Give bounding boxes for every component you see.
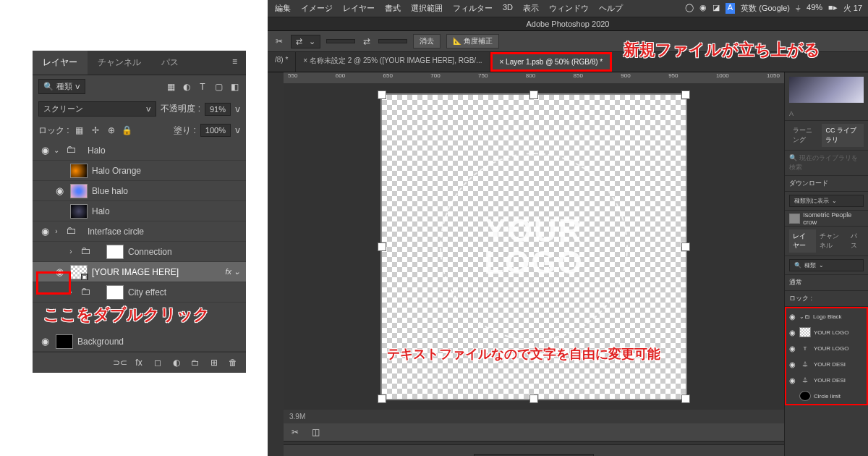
adjustment-icon[interactable]: ◐	[171, 357, 182, 368]
transform-handle[interactable]	[378, 394, 386, 403]
opacity-label: 不透明度 :	[161, 103, 200, 115]
visibility-icon[interactable]: ◉	[53, 185, 66, 196]
library-search[interactable]: 🔍 現在のライブラリを検索	[789, 154, 858, 171]
tab-learn[interactable]: ラーニング	[789, 124, 822, 147]
r-layer-1[interactable]: ◉YOUR LOGO	[786, 324, 867, 340]
menu-filter[interactable]: フィルター	[453, 3, 493, 14]
lock-artboard-icon[interactable]: ⊕	[106, 124, 117, 136]
folder-icon: 🗀	[80, 245, 98, 259]
transition-icon[interactable]: ◫	[310, 426, 321, 438]
transform-handle[interactable]	[378, 242, 386, 251]
layer-name: Halo	[88, 145, 106, 156]
macos-status: ◯◉◪ A 英数 (Google)⏚ 49%■▸火 17	[685, 3, 862, 14]
r-layer-3[interactable]: ◉⏃YOUR DESI	[786, 356, 867, 372]
layer-halo-orange[interactable]: Halo Orange	[33, 161, 246, 181]
layer-connection[interactable]: › 🗀 Connection	[33, 242, 246, 262]
doc-tab-1[interactable]: /8) *	[268, 52, 296, 72]
r-layer-group[interactable]: ◉⌄🗀Logo Black	[786, 308, 867, 324]
menu-type[interactable]: 書式	[385, 3, 401, 14]
menu-help[interactable]: ヘルプ	[599, 3, 623, 14]
tab-layers[interactable]: レイヤー	[33, 51, 88, 75]
tool-icon[interactable]: ✂	[273, 35, 285, 47]
filter-shape-icon[interactable]: ▢	[213, 81, 224, 93]
straighten-button[interactable]: 📐 角度補正	[446, 34, 499, 48]
visibility-icon[interactable]: ◉	[38, 336, 51, 347]
expand-icon[interactable]: ⌄	[51, 146, 61, 154]
opacity-input[interactable]: 91%	[205, 103, 231, 116]
new-layer-icon[interactable]: ⊞	[208, 357, 220, 368]
lock-label: ロック :	[38, 124, 69, 137]
library-asset[interactable]: Isometric People crow	[785, 211, 868, 227]
panel-menu-icon[interactable]: ≡	[224, 51, 246, 75]
layer-blue-halo[interactable]: ◉ Blue halo	[33, 181, 246, 201]
menu-view[interactable]: 表示	[523, 3, 539, 14]
tab-channels[interactable]: チャンネル	[88, 51, 151, 75]
mask-icon[interactable]: ◻	[152, 357, 163, 368]
r-layer-5[interactable]: Circle limit	[786, 388, 867, 404]
swap-icon[interactable]: ⇄	[361, 35, 373, 47]
width-input[interactable]	[326, 39, 355, 43]
download-section[interactable]: ダウンロード	[785, 176, 868, 192]
fx-icon[interactable]: fx	[133, 357, 145, 368]
menu-image[interactable]: イメージ	[301, 3, 333, 14]
layer-halo[interactable]: Halo	[33, 201, 246, 221]
layer-name: Background	[77, 337, 124, 347]
link-icon[interactable]: ⊃⊂	[114, 357, 126, 368]
layer-group-halo[interactable]: ◉ ⌄ 🗀 Halo	[33, 140, 246, 161]
trash-icon[interactable]: 🗑	[227, 357, 239, 368]
menu-3d[interactable]: 3D	[503, 3, 513, 14]
layer-group-interface[interactable]: ◉ › 🗀 Interface circle	[33, 221, 246, 242]
group-icon[interactable]: 🗀	[190, 357, 201, 368]
lock-position-icon[interactable]: ✢	[90, 124, 101, 136]
visibility-icon[interactable]: ◉	[38, 226, 51, 237]
transform-handle[interactable]	[529, 394, 538, 403]
menu-layer[interactable]: レイヤー	[343, 3, 375, 14]
display-by-select[interactable]: 種類別に表示 ⌄	[789, 195, 864, 207]
menu-select[interactable]: 選択範囲	[411, 3, 443, 14]
height-input[interactable]	[378, 39, 407, 43]
layer-thumb	[56, 334, 73, 349]
fx-badge[interactable]: fx ⌄	[225, 267, 240, 276]
transform-handle[interactable]	[681, 394, 690, 403]
rtab-layers[interactable]: レイヤー	[789, 229, 816, 253]
r-layer-4[interactable]: ◉⏃YOUR DESI	[786, 372, 867, 388]
expand-icon[interactable]: ›	[66, 248, 76, 256]
transform-handle[interactable]	[681, 242, 690, 251]
clear-button[interactable]: 消去	[413, 34, 441, 48]
filter-smart-icon[interactable]: ◧	[229, 81, 240, 93]
transform-handle[interactable]	[681, 90, 690, 99]
color-swatch[interactable]	[789, 77, 864, 103]
lock-all-icon[interactable]: 🔒	[122, 124, 133, 136]
filter-image-icon[interactable]: ▦	[165, 81, 176, 93]
highlight-thumb	[36, 271, 71, 295]
transform-handle[interactable]	[529, 90, 538, 99]
lock-pixels-icon[interactable]: ▦	[74, 124, 85, 136]
rtab-channels[interactable]: チャンネル	[816, 229, 847, 253]
menu-edit[interactable]: 編集	[275, 3, 291, 14]
scissors-icon[interactable]: ✂	[289, 426, 301, 438]
filter-type-select[interactable]: 🔍 種類 ⅴ	[38, 79, 85, 94]
r-blend[interactable]: 通常	[785, 275, 868, 291]
blend-mode-select[interactable]: スクリーンⅴ	[38, 101, 156, 117]
tab-paths[interactable]: パス	[151, 51, 189, 75]
layer-background[interactable]: ◉ Background	[33, 332, 246, 352]
folder-icon: 🗀	[66, 143, 83, 158]
annotation-new-file: 新規ファイルが立ち上がる	[624, 39, 820, 61]
doc-tab-3[interactable]: × Layer 1.psb @ 50% (RGB/8) *	[490, 52, 613, 72]
menu-window[interactable]: ウィンドウ	[549, 3, 589, 14]
layer-thumb[interactable]: ▣	[70, 265, 88, 279]
visibility-icon[interactable]: ◉	[38, 145, 51, 156]
expand-icon[interactable]: ›	[51, 227, 61, 235]
rtab-paths[interactable]: パス	[847, 229, 864, 253]
r-filter-select[interactable]: 🔍 種類 ⌄	[789, 259, 864, 271]
doc-tab-2[interactable]: × 名称未設定 2 @ 25% ([YOUR IMAGE HERE], RGB/…	[296, 52, 490, 72]
r-layer-2[interactable]: ◉TYOUR LOGO	[786, 340, 867, 356]
layer-name: Halo	[92, 206, 110, 216]
transform-handle[interactable]	[378, 90, 386, 99]
tab-cc-library[interactable]: CC ライブラリ	[822, 124, 864, 147]
logo-placeholder: YOUR LOGO	[433, 145, 635, 348]
fill-input[interactable]: 100%	[200, 124, 231, 137]
ratio-select[interactable]: ⇄ ⌄	[291, 35, 320, 48]
filter-text-icon[interactable]: T	[197, 81, 208, 93]
filter-adjust-icon[interactable]: ◐	[181, 81, 192, 93]
